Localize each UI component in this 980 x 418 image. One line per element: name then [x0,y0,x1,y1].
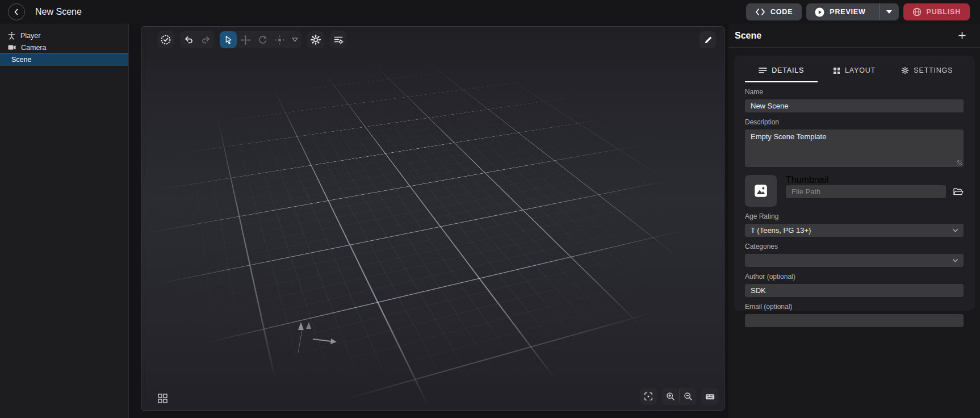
zoom-in-button[interactable] [662,388,679,405]
description-label: Description [745,118,964,126]
preview-button-label: PREVIEW [830,8,865,16]
description-field: Description Empty Scene Template [745,118,964,167]
rotate-tool-button[interactable] [254,31,271,48]
topbar-actions: CODE PREVIEW PUBLIS [746,3,970,20]
tree-item-label: Scene [11,56,31,64]
zoom-to-fit-button[interactable] [640,388,657,405]
thumbnail-preview-button[interactable] [745,175,777,207]
categories-select[interactable] [745,254,964,267]
move-tool-button[interactable] [237,31,254,48]
pencil-icon [703,35,713,45]
select-tool-button[interactable] [220,31,237,48]
name-input[interactable] [745,99,964,112]
viewport-3d-canvas[interactable] [141,26,724,411]
zoom-out-button[interactable] [679,388,696,405]
publish-button[interactable]: PUBLISH [903,3,970,20]
ground-grid [141,27,724,410]
plus-icon [958,31,966,40]
thumbnail-label: Thumbnail [786,175,828,185]
add-component-button[interactable] [958,31,966,40]
tree-item-scene[interactable]: Scene [0,53,128,66]
email-label: Email (optional) [745,303,964,311]
inspector-header: Scene [728,24,980,48]
thumbnail-path-input[interactable] [786,185,946,198]
globe-icon [912,7,922,16]
move-icon [240,35,251,45]
image-icon [753,183,768,198]
thumbnail-field: Thumbnail [745,175,964,207]
categories-field: Categories [745,243,964,267]
origin-gizmo [294,320,356,360]
component-list-button[interactable] [330,31,347,48]
description-input[interactable]: Empty Scene Template [745,129,964,167]
zoom-button-group [662,388,696,405]
author-input[interactable] [745,284,964,297]
back-button[interactable] [8,3,25,20]
email-input[interactable] [745,314,964,327]
tab-details[interactable]: DETAILS [745,60,818,82]
tab-layout[interactable]: LAYOUT [818,60,890,82]
preview-button[interactable]: PREVIEW [806,3,874,20]
gizmo-tool-group [220,31,301,48]
chevron-down-icon [951,226,960,236]
email-field: Email (optional) [745,303,964,327]
author-field: Author (optional) [745,273,964,297]
undo-icon [183,35,194,45]
viewport-toolbar [157,31,347,48]
tab-label: DETAILS [772,66,804,74]
entity-hierarchy-panel: Player Camera Scene [0,24,129,418]
gear-icon [901,66,909,74]
preview-button-group: PREVIEW [806,3,898,20]
smart-items-button[interactable] [157,31,174,48]
age-rating-field: Age Rating T (Teens, PG 13+) [745,212,964,237]
preview-options-button[interactable] [880,3,899,20]
rotate-icon [257,35,268,45]
grid-toggle-button[interactable] [157,393,168,404]
chevron-left-icon [12,7,21,16]
redo-icon [200,35,211,45]
settings-gear-icon [310,34,321,45]
browse-file-button[interactable] [953,187,964,197]
code-button-label: CODE [770,8,793,16]
chevron-down-icon [951,256,960,266]
shortcuts-button[interactable] [701,388,718,405]
age-rating-label: Age Rating [745,212,964,220]
top-bar: New Scene CODE PREVIEW [0,0,980,24]
zoom-out-icon [683,391,693,402]
select-pointer-icon [223,35,233,45]
zoom-in-icon [665,391,676,402]
folder-open-icon [953,187,964,197]
undo-button[interactable] [180,31,197,48]
code-button[interactable]: CODE [746,3,802,20]
tree-item-label: Player [20,32,40,40]
edit-mode-button[interactable] [699,31,716,48]
tab-label: SETTINGS [914,66,953,74]
inspector-title: Scene [735,31,761,41]
play-circle-icon [815,7,824,17]
inspector-panel: Scene DETAILS LAYOUT [728,24,980,418]
publish-button-label: PUBLISH [927,8,961,16]
viewport-settings-button[interactable] [307,31,324,48]
name-label: Name [745,88,964,96]
name-field: Name [745,88,964,112]
scene-details-card: DETAILS LAYOUT SETTINGS Name [734,56,975,311]
grid-icon [833,67,840,74]
scene-editor: New Scene CODE PREVIEW [0,0,980,418]
keyboard-shortcuts-icon [705,391,715,402]
scale-icon [274,35,285,45]
tree-item-label: Camera [21,44,46,52]
age-rating-value: T (Teens, PG 13+) [751,226,811,235]
code-icon [755,8,765,16]
redo-button[interactable] [197,31,214,48]
tab-settings[interactable]: SETTINGS [891,60,964,82]
gizmo-options-button[interactable] [288,31,301,48]
scale-tool-button[interactable] [271,31,288,48]
caret-down-icon [886,10,893,14]
age-rating-select[interactable]: T (Teens, PG 13+) [745,224,964,237]
tree-item-camera[interactable]: Camera [0,41,128,53]
thumbnail-path-group: Thumbnail [786,175,964,207]
tree-item-player[interactable]: Player [0,30,128,41]
camera-icon [8,44,16,51]
tab-label: LAYOUT [845,66,876,74]
component-list-icon [333,34,344,45]
